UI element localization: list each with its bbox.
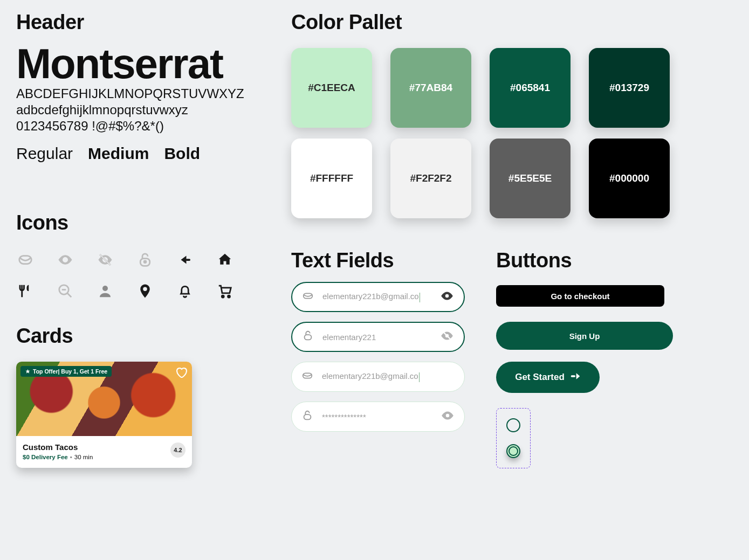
arrow-right-icon: [570, 372, 581, 383]
favorite-heart-icon[interactable]: [175, 366, 188, 379]
bell-icon: [176, 282, 194, 300]
badge-label: Top Offer| Buy 1, Get 1 Free: [33, 368, 107, 375]
checkout-button[interactable]: Go to checkout: [496, 285, 664, 307]
get-started-button[interactable]: Get Started: [496, 362, 600, 393]
email-input-idle[interactable]: elementary221b@gmail.co: [291, 362, 465, 392]
utensils-icon: [16, 282, 35, 300]
food-card[interactable]: Top Offer| Buy 1, Get 1 Free Custom Taco…: [16, 362, 192, 468]
card-title: Custom Tacos: [23, 443, 185, 452]
delivery-fee: $0 Delivery Fee: [23, 454, 68, 460]
mail-icon: [302, 290, 314, 304]
svg-rect-14: [305, 335, 312, 340]
svg-rect-17: [304, 414, 311, 419]
color-swatch: #065841: [490, 48, 571, 128]
svg-point-10: [102, 286, 108, 291]
button-label: Get Started: [515, 372, 565, 383]
svg-point-11: [222, 295, 224, 298]
lock-icon: [302, 330, 314, 344]
button-label: Sign Up: [569, 331, 600, 341]
rating-badge: 4.2: [170, 443, 185, 458]
alphabet-upper: ABCDEFGHIJKLMNOPQRSTUVWXYZ: [16, 86, 270, 101]
textfields-section-title: Text Fields: [291, 249, 465, 272]
email-input-focused[interactable]: elementary221b@gmail.co: [291, 282, 465, 312]
alphabet-digits: 0123456789 !@#$%?&*(): [16, 119, 270, 134]
signup-button[interactable]: Sign Up: [496, 322, 673, 350]
password-input-idle[interactable]: **************: [291, 402, 465, 432]
eye-icon[interactable]: [440, 289, 454, 305]
top-offer-badge: Top Offer| Buy 1, Get 1 Free: [20, 366, 112, 377]
lock-icon: [301, 410, 313, 424]
icons-section-title: Icons: [16, 211, 248, 234]
location-icon: [136, 282, 154, 300]
svg-point-1: [64, 259, 67, 261]
font-name: Montserrat: [16, 39, 270, 88]
eye-off-icon[interactable]: [440, 329, 454, 345]
card-image: Top Offer| Buy 1, Get 1 Free: [16, 362, 192, 436]
search-zoom-icon: [56, 282, 74, 300]
radio-selected[interactable]: [506, 444, 520, 458]
delivery-time: 30 min: [74, 454, 93, 460]
mail-icon: [16, 251, 35, 269]
color-swatch: #000000: [589, 139, 670, 218]
color-swatch: #013729: [589, 48, 670, 128]
pallet-section-title: Color Pallet: [291, 11, 670, 34]
back-arrow-icon: [176, 251, 194, 269]
cart-icon: [216, 282, 234, 300]
weight-bold: Bold: [164, 144, 200, 163]
svg-point-5: [144, 261, 146, 263]
password-input-focused[interactable]: elementary221: [291, 322, 465, 352]
eye-off-icon: [96, 251, 114, 269]
weight-medium: Medium: [88, 144, 149, 163]
card-subtitle: $0 Delivery Fee•30 min: [23, 454, 185, 460]
color-swatch: #F2F2F2: [390, 139, 471, 218]
mail-icon: [301, 370, 313, 384]
field-value: **************: [322, 412, 366, 421]
svg-rect-6: [185, 259, 190, 261]
alphabet-lower: adbcdefghijklmnopqrstuvwxyz: [16, 102, 270, 117]
radio-group: [496, 408, 531, 468]
color-swatch: #C1EECA: [291, 48, 372, 128]
radio-unselected[interactable]: [506, 418, 520, 432]
eye-icon: [56, 251, 74, 269]
field-value: elementary221: [322, 333, 376, 342]
color-swatch: #77AB84: [390, 48, 471, 128]
field-value: elementary221b@gmail.co: [322, 371, 418, 381]
color-swatch: #5E5E5E: [490, 139, 571, 218]
lock-icon: [136, 251, 154, 269]
weight-regular: Regular: [16, 144, 73, 163]
eye-icon[interactable]: [441, 409, 455, 425]
svg-rect-18: [571, 375, 575, 377]
color-swatch: #FFFFFF: [291, 139, 372, 218]
svg-point-12: [228, 295, 230, 298]
cards-section-title: Cards: [16, 324, 192, 348]
buttons-section-title: Buttons: [496, 249, 673, 272]
button-label: Go to checkout: [551, 292, 609, 301]
home-icon: [216, 251, 234, 269]
field-value: elementary221b@gmail.co: [322, 292, 419, 301]
svg-line-8: [67, 293, 72, 298]
header-section-title: Header: [16, 11, 270, 34]
person-icon: [96, 282, 114, 300]
